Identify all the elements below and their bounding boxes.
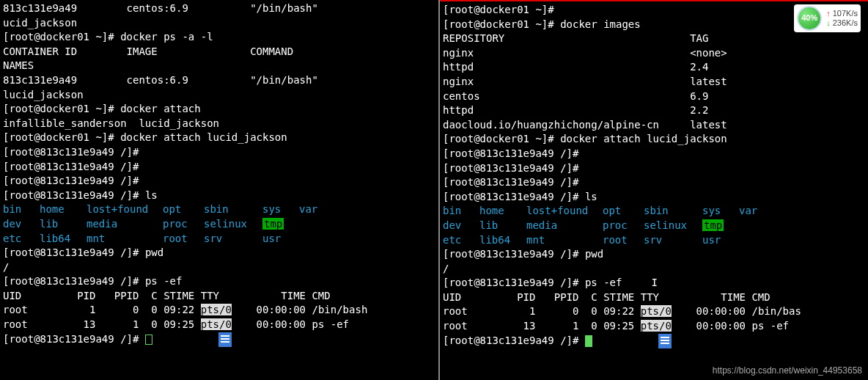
ls-entry: tmp <box>702 219 739 233</box>
ls-entry: lib64 <box>40 232 87 246</box>
ls-entry: usr <box>702 233 739 248</box>
ls-entry: lost+found <box>526 204 603 219</box>
prompt-line: [root@813c131e9a49 /]# <box>3 160 435 175</box>
ls-entry: bin <box>3 202 40 217</box>
ls-entry: sbin <box>204 202 262 217</box>
ls-output-row: binhomelost+foundoptsbinsysvar <box>3 202 435 217</box>
document-icon <box>658 334 672 348</box>
ls-entry: tmp <box>262 217 299 232</box>
cursor-icon <box>145 335 152 345</box>
ls-entry: etc <box>443 233 479 248</box>
ls-entry: bin <box>443 204 479 219</box>
network-speed-widget[interactable]: 40% ↑ 107K/s ↓ 236K/s <box>794 4 861 32</box>
prompt-line: [root@813c131e9a49 /]# ps -efI <box>443 276 865 291</box>
ls-entry: etc <box>3 232 40 246</box>
prompt-line: [root@813c131e9a49 /]# pwd <box>3 246 435 260</box>
ls-entry: lost+found <box>87 202 163 217</box>
prompt-line: [root@813c131e9a49 /]# <box>3 145 435 160</box>
ls-entry: mnt <box>87 232 163 246</box>
ls-entry: selinux <box>644 219 702 233</box>
ls-entry: srv <box>204 232 262 246</box>
ps-header: UID PID PPID C STIME TTY TIME CMD <box>3 289 435 304</box>
table-row: httpd 2.2 <box>443 103 865 118</box>
ls-output-row: binhomelost+foundoptsbinsysvar <box>443 204 865 219</box>
ls-entry: opt <box>163 202 204 217</box>
prompt-line: [root@docker01 ~]# docker attach lucid_j… <box>443 132 865 147</box>
text-cursor-icon: I <box>651 276 657 291</box>
ls-output-row: devlibmediaprocselinuxtmp <box>3 217 435 232</box>
ps-row: root 13 1 0 09:25 pts/0 00:00:00 ps -ef <box>3 318 435 332</box>
arrow-up-icon: ↑ <box>826 9 831 18</box>
output-line: ucid_jackson <box>3 16 435 31</box>
ls-entry: media <box>87 217 163 232</box>
table-row: nginx latest <box>443 75 865 89</box>
terminal-left[interactable]: 813c131e9a49 centos:6.9 "/bin/bash" ucid… <box>0 0 440 380</box>
output-line: NAMES <box>3 59 435 73</box>
prompt-line: [root@813c131e9a49 /]# <box>3 174 435 189</box>
ls-entry: usr <box>262 232 299 246</box>
ls-entry: selinux <box>204 217 262 232</box>
ls-entry: media <box>526 219 603 233</box>
table-row: nginx <none> <box>443 46 865 61</box>
speed-percent-badge: 40% <box>797 6 822 31</box>
prompt-line[interactable]: [root@813c131e9a49 /]# <box>3 332 435 347</box>
ps-row: root 13 1 0 09:25 pts/0 00:00:00 ps -ef <box>443 319 865 334</box>
ps-header: UID PID PPID C STIME TTY TIME CMD <box>443 291 865 305</box>
table-row: centos 6.9 <box>443 89 865 104</box>
output-line: CONTAINER ID IMAGE COMMAND <box>3 45 435 59</box>
output-line: 813c131e9a49 centos:6.9 "/bin/bash" <box>3 73 435 88</box>
ls-entry: root <box>603 233 644 248</box>
ls-entry: home <box>479 204 526 219</box>
table-row: httpd 2.4 <box>443 60 865 75</box>
ls-entry: proc <box>603 219 644 233</box>
ls-output-row: devlibmediaprocselinuxtmp <box>443 219 865 233</box>
terminal-right[interactable]: [root@docker01 ~]# [root@docker01 ~]# do… <box>440 0 868 380</box>
ls-entry: sys <box>702 204 739 219</box>
output-line: / <box>443 262 865 277</box>
ps-row: root 1 0 0 09:22 pts/0 00:00:00 /bin/bas… <box>3 303 435 318</box>
prompt-line: [root@813c131e9a49 /]# <box>443 147 865 161</box>
prompt-line: [root@813c131e9a49 /]# <box>443 175 865 190</box>
watermark-text: https://blog.csdn.net/weixin_44953658 <box>713 365 862 377</box>
output-line: infallible_sanderson lucid_jackson <box>3 117 435 131</box>
ls-entry: var <box>299 202 328 217</box>
prompt-line: [root@813c131e9a49 /]# pwd <box>443 247 865 262</box>
ls-entry: dev <box>3 217 40 232</box>
prompt-line: [root@docker01 ~]# docker ps -a -l <box>3 30 435 45</box>
prompt-line: [root@docker01 ~]# docker attach <box>3 102 435 117</box>
ps-row: root 1 0 0 09:22 pts/0 00:00:00 /bin/bas <box>443 304 865 319</box>
ls-entry: srv <box>644 233 702 248</box>
prompt-line: [root@813c131e9a49 /]# ls <box>3 189 435 203</box>
ls-entry: dev <box>443 219 479 233</box>
prompt-line: [root@813c131e9a49 /]# <box>443 161 865 176</box>
prompt-line: [root@813c131e9a49 /]# ps -ef <box>3 274 435 289</box>
ls-output-row: etclib64mntrootsrvusr <box>3 232 435 246</box>
speed-readout: ↑ 107K/s ↓ 236K/s <box>826 9 858 28</box>
ls-entry: proc <box>163 217 204 232</box>
ls-entry: var <box>739 204 768 219</box>
prompt-line: [root@813c131e9a49 /]# ls <box>443 190 865 205</box>
ls-entry: lib <box>40 217 87 232</box>
ls-entry: root <box>163 232 204 246</box>
ls-entry: lib <box>479 219 526 233</box>
ls-entry: sys <box>262 202 299 217</box>
cursor-icon <box>585 335 592 347</box>
ls-output-row: etclib64mntrootsrvusr <box>443 233 865 248</box>
ls-entry: mnt <box>526 233 603 248</box>
ls-entry: sbin <box>644 204 702 219</box>
output-line: / <box>3 260 435 275</box>
arrow-down-icon: ↓ <box>826 18 831 27</box>
ls-entry: home <box>40 202 87 217</box>
prompt-line: [root@docker01 ~]# docker attach lucid_j… <box>3 131 435 145</box>
output-line: 813c131e9a49 centos:6.9 "/bin/bash" <box>3 1 435 16</box>
table-header: REPOSITORY TAG <box>443 32 865 46</box>
table-row: daocloud.io/huangzhichong/alpine-cn late… <box>443 118 865 133</box>
ls-entry: lib64 <box>479 233 526 248</box>
document-icon <box>218 332 232 347</box>
output-line: lucid_jackson <box>3 88 435 103</box>
ls-entry: opt <box>603 204 644 219</box>
prompt-line[interactable]: [root@813c131e9a49 /]# <box>443 334 865 348</box>
